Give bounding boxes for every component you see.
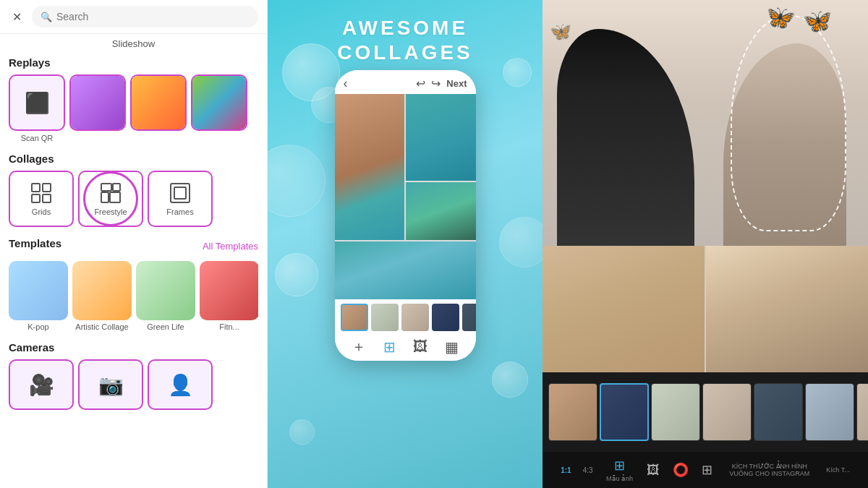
- bubble-7: [492, 361, 528, 398]
- camera-avatar[interactable]: 👤: [148, 359, 213, 410]
- svg-rect-8: [171, 184, 190, 202]
- filmstrip-circle-button[interactable]: ⭕: [673, 462, 689, 478]
- filmstrip-controls: 1:1 4:3 ⊞ Mẫu ảnh 🖼 ⭕ ⊞ KÍCH THƯỚC ẢNH H…: [542, 452, 868, 488]
- middle-panel: AWESOME COLLAGES ‹ ↩ ↪ Next: [268, 0, 542, 488]
- replay-item-3[interactable]: [191, 74, 247, 131]
- phone-undo-button[interactable]: ↩: [416, 77, 425, 90]
- left-panel: ✕ 🔍 Slideshow Replays ⬛ Scan QR: [0, 0, 268, 488]
- phone-thumb-1[interactable]: [341, 304, 368, 331]
- template-kpop[interactable]: [9, 261, 68, 320]
- replay-thumb-orange: [132, 76, 185, 129]
- phone-redo-button[interactable]: ↪: [431, 77, 441, 90]
- film-thumb-3[interactable]: [651, 383, 700, 441]
- all-templates-link[interactable]: All Templates: [203, 241, 258, 252]
- bubble-3: [268, 145, 326, 217]
- replay-item-1[interactable]: [69, 74, 126, 131]
- freestyle-icon: [99, 181, 122, 205]
- butterfly-1: 🦋: [803, 7, 832, 35]
- template-artistic[interactable]: [72, 261, 132, 320]
- filmstrip-photo-button[interactable]: 🖼: [647, 463, 660, 478]
- template-fitness-bg: [200, 261, 258, 320]
- search-input[interactable]: [56, 11, 250, 22]
- more-label: Kích T...: [826, 466, 849, 474]
- film-thumb-4[interactable]: [702, 383, 752, 441]
- collage-freestyle[interactable]: Freestyle: [78, 171, 143, 227]
- template-green-label: Green Life: [147, 322, 184, 331]
- avatar-icon: 👤: [168, 373, 193, 397]
- bubble-6: [499, 217, 542, 267]
- ratio-labels: 1:1 4:3: [561, 466, 592, 474]
- phone-content: [335, 94, 476, 299]
- freestyle-label: Freestyle: [94, 207, 127, 216]
- phone-add-icon[interactable]: ＋: [352, 337, 366, 356]
- phone-thumb-3[interactable]: [401, 304, 429, 331]
- butterfly-2: 🦋: [767, 4, 796, 31]
- ratio-1-1[interactable]: 1:1: [561, 466, 571, 474]
- replay-thumb-multi: [192, 76, 246, 129]
- phone-back-button[interactable]: ‹: [344, 76, 348, 91]
- cameras-title: Cameras: [9, 341, 258, 354]
- replay-item-2[interactable]: [130, 74, 187, 131]
- middle-title-line1: AWESOME: [342, 17, 468, 39]
- phone-thumbnails: [335, 304, 476, 331]
- photo-beach-right: [706, 246, 868, 372]
- phone-photo-icon[interactable]: 🖼: [413, 338, 427, 355]
- svg-rect-4: [101, 184, 111, 191]
- phone-thumb-4[interactable]: [432, 304, 459, 331]
- film-thumb-7[interactable]: [856, 383, 868, 441]
- close-button[interactable]: ✕: [9, 9, 25, 25]
- replay-item-qr[interactable]: ⬛: [9, 74, 65, 131]
- photo-teal-door: [406, 94, 476, 181]
- svg-rect-9: [174, 187, 186, 199]
- size-label: KÍCH THƯỚC ẢNH HÌNH VUÔNG CHO INSTAGRAM: [726, 463, 813, 477]
- photo-cell-door: [406, 94, 476, 181]
- collages-row: Grids Freestyle Frames: [9, 171, 258, 227]
- template-artistic-label: Artistic Collage: [75, 322, 128, 331]
- bubble-8: [289, 419, 315, 445]
- phone-filter-icon[interactable]: ▦: [445, 338, 459, 356]
- ratio-4-3[interactable]: 4:3: [583, 466, 593, 474]
- template-fitness[interactable]: [200, 261, 258, 320]
- grids-label: Grids: [32, 207, 51, 216]
- film-thumb-6[interactable]: [805, 383, 854, 441]
- dashed-selection-outline: [731, 14, 846, 231]
- template-green[interactable]: [136, 261, 195, 320]
- filmstrip-grid-button[interactable]: ⊞: [702, 462, 712, 478]
- phone-thumb-5[interactable]: [462, 304, 476, 331]
- photo-cell-plant: [406, 182, 476, 240]
- replays-section: Replays ⬛ Scan QR: [0, 52, 267, 148]
- phone-collage-icon[interactable]: ⊞: [383, 338, 396, 356]
- svg-rect-5: [113, 184, 120, 191]
- phone-next-button[interactable]: Next: [446, 78, 467, 89]
- template-kpop-label: K-pop: [27, 322, 48, 331]
- collage-frames[interactable]: Frames: [148, 171, 213, 227]
- grids-icon: [30, 181, 53, 205]
- film-thumb-2[interactable]: [600, 383, 649, 441]
- bubble-5: [503, 58, 532, 87]
- search-bar[interactable]: 🔍: [32, 6, 258, 27]
- filmstrip-crop-button[interactable]: ⊞ Mẫu ảnh: [606, 458, 633, 482]
- phone-mockup: ‹ ↩ ↪ Next: [335, 70, 476, 361]
- photo-white-tshirt: [335, 241, 476, 299]
- right-filmstrip: [542, 372, 868, 452]
- svg-rect-1: [43, 184, 51, 192]
- bubble-4: [275, 253, 318, 296]
- camera-photo[interactable]: 📷: [78, 359, 143, 410]
- collage-grids[interactable]: Grids: [9, 171, 74, 227]
- replay-thumb-purple: [71, 76, 124, 129]
- right-bottom-photos: [542, 246, 868, 372]
- crop-icon: ⊞: [614, 458, 625, 474]
- cameras-row: 🎥 📷 👤: [9, 359, 258, 410]
- scan-qr-label: Scan QR: [21, 134, 54, 142]
- camera-video[interactable]: 🎥: [9, 359, 74, 410]
- svg-rect-6: [101, 192, 109, 202]
- people-photo: 🦋 🦋 🦋: [542, 0, 868, 246]
- phone-top-bar: ‹ ↩ ↪ Next: [335, 70, 476, 94]
- photo-beach-left: [542, 246, 705, 372]
- photo-cell-bottom: [335, 241, 476, 299]
- middle-title-line2: COLLAGES: [337, 41, 473, 64]
- phone-thumb-2[interactable]: [371, 304, 399, 331]
- film-thumb-1[interactable]: [548, 383, 597, 441]
- templates-row: K-pop Artistic Collage Green Life Fitn..…: [9, 261, 258, 331]
- film-thumb-5[interactable]: [754, 383, 803, 441]
